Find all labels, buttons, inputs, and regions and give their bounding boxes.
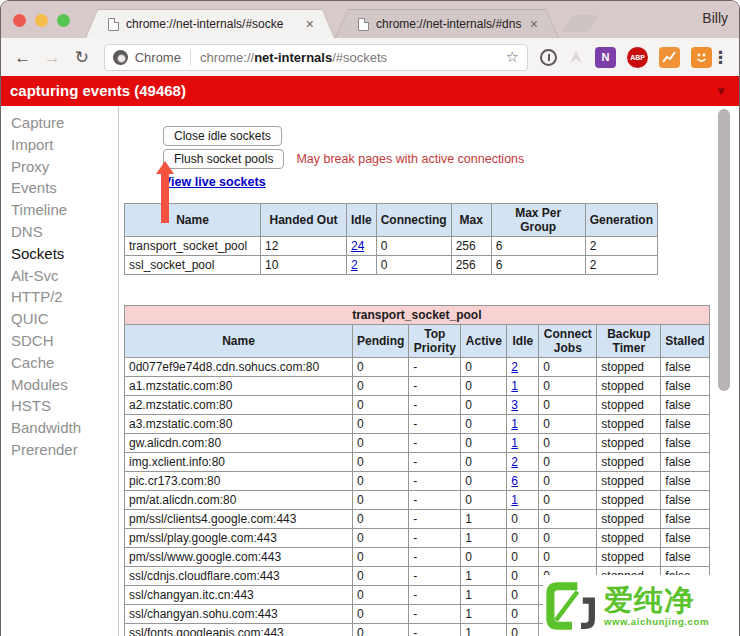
sidebar-item-events[interactable]: Events xyxy=(1,177,118,199)
table-cell: 0 xyxy=(461,548,507,567)
idle-count-link[interactable]: 2 xyxy=(511,360,518,374)
sidebar-item-import[interactable]: Import xyxy=(1,134,118,156)
table-cell: stopped xyxy=(597,529,661,548)
watermark-site: www.aichunjing.com xyxy=(604,616,709,627)
reload-icon[interactable]: ↻ xyxy=(70,49,94,66)
zoom-window-button[interactable] xyxy=(57,14,70,27)
sidebar-item-proxy[interactable]: Proxy xyxy=(1,156,118,178)
bookmark-star-icon[interactable]: ☆ xyxy=(506,48,519,66)
sidebar-item-sdch[interactable]: SDCH xyxy=(1,330,118,352)
table-row: gw.alicdn.com:800-010stoppedfalse xyxy=(125,434,710,453)
watermark-logo-icon xyxy=(545,579,599,633)
table-cell: img.xclient.info:80 xyxy=(125,453,353,472)
close-tab-icon[interactable]: × xyxy=(530,17,538,31)
table-cell: 0 xyxy=(461,472,507,491)
table-cell: 2 xyxy=(585,237,657,256)
sidebar: CaptureImportProxyEventsTimelineDNSSocke… xyxy=(1,106,119,636)
watermark-brand: 爱纯净 xyxy=(604,585,709,615)
extension-area: N ABP xyxy=(540,47,712,68)
table-cell: 0 xyxy=(376,256,451,275)
browser-tab[interactable]: chrome://net-internals/#socke× xyxy=(85,9,335,38)
sidebar-item-http-2[interactable]: HTTP/2 xyxy=(1,286,118,308)
sidebar-item-hsts[interactable]: HSTS xyxy=(1,395,118,417)
idle-count-link[interactable]: 1 xyxy=(511,493,518,507)
table-cell: pic.cr173.com:80 xyxy=(125,472,353,491)
table-cell: stopped xyxy=(597,510,661,529)
sidebar-item-capture[interactable]: Capture xyxy=(1,112,118,134)
table-row: transport_socket_pool1224025662 xyxy=(125,237,658,256)
analytics-extension-icon[interactable] xyxy=(659,47,680,68)
sidebar-item-quic[interactable]: QUIC xyxy=(1,308,118,330)
minimize-window-button[interactable] xyxy=(35,14,48,27)
sidebar-item-modules[interactable]: Modules xyxy=(1,374,118,396)
capturing-events-banner[interactable]: capturing events (49468) ▼ xyxy=(1,76,739,106)
idle-count-link[interactable]: 6 xyxy=(511,474,518,488)
table-row: a1.mzstatic.com:800-010stoppedfalse xyxy=(125,377,710,396)
sidebar-item-timeline[interactable]: Timeline xyxy=(1,199,118,221)
new-tab-button[interactable] xyxy=(562,15,599,32)
flush-socket-pools-button[interactable]: Flush socket pools xyxy=(163,149,284,169)
table-cell: 3 xyxy=(507,396,539,415)
address-bar[interactable]: Chrome chrome://net-internals/#sockets ☆ xyxy=(104,44,528,71)
sidebar-item-bandwidth[interactable]: Bandwidth xyxy=(1,417,118,439)
idle-count-link[interactable]: 3 xyxy=(511,398,518,412)
table-row: pm/at.alicdn.com:800-010stoppedfalse xyxy=(125,491,710,510)
table-cell: 1 xyxy=(461,586,507,605)
table-cell: a1.mzstatic.com:80 xyxy=(125,377,353,396)
table-cell: 0 xyxy=(539,491,597,510)
sidebar-item-dns[interactable]: DNS xyxy=(1,221,118,243)
table-cell: ssl/changyan.sohu.com:443 xyxy=(125,605,353,624)
column-header: Backup Timer xyxy=(597,325,661,358)
onenote-extension-icon[interactable]: N xyxy=(595,47,616,68)
table-cell: - xyxy=(409,491,461,510)
table-cell: 0 xyxy=(461,396,507,415)
table-cell: 0 xyxy=(539,529,597,548)
table-cell: 0 xyxy=(353,415,409,434)
idle-count-link[interactable]: 1 xyxy=(511,417,518,431)
adblock-plus-extension-icon[interactable]: ABP xyxy=(627,47,648,68)
group-table-title: transport_socket_pool xyxy=(125,306,710,325)
sidebar-list: CaptureImportProxyEventsTimelineDNSSocke… xyxy=(1,112,118,461)
sidebar-item-sockets[interactable]: Sockets xyxy=(1,243,118,265)
idle-count-link[interactable]: 1 xyxy=(511,436,518,450)
close-idle-sockets-button[interactable]: Close idle sockets xyxy=(163,126,282,146)
socket-pools-table: NameHanded OutIdleConnectingMaxMax Per G… xyxy=(124,203,658,275)
table-cell: 0d077ef9e74d8.cdn.sohucs.com:80 xyxy=(125,358,353,377)
table-row: a3.mzstatic.com:800-010stoppedfalse xyxy=(125,415,710,434)
table-cell: stopped xyxy=(597,415,661,434)
table-cell: 6 xyxy=(491,256,585,275)
back-icon[interactable]: ← xyxy=(11,49,35,66)
browser-menu-icon[interactable]: ⋮ xyxy=(712,47,729,68)
table-cell: 0 xyxy=(353,453,409,472)
url-host: net-internals xyxy=(254,50,332,65)
chevron-down-icon[interactable]: ▼ xyxy=(715,76,727,106)
sidebar-item-prerender[interactable]: Prerender xyxy=(1,439,118,461)
tab-strip: chrome://net-internals/#socke×chrome://n… xyxy=(1,1,739,38)
table-cell: 12 xyxy=(261,237,347,256)
idle-count-link[interactable]: 2 xyxy=(511,455,518,469)
sidebar-item-cache[interactable]: Cache xyxy=(1,352,118,374)
browser-tab[interactable]: chrome://net-internals/#dns× xyxy=(335,9,559,38)
profile-name[interactable]: Billy xyxy=(702,10,728,26)
close-tab-icon[interactable]: × xyxy=(306,17,314,31)
vertical-scrollbar[interactable] xyxy=(718,109,730,391)
table-cell: 0 xyxy=(507,529,539,548)
socket-actions-list: Close idle sockets Flush socket pools Ma… xyxy=(157,126,739,192)
table-cell: ssl/cdnjs.cloudflare.com:443 xyxy=(125,567,353,586)
table-row: pm/ssl/play.google.com:4430-100stoppedfa… xyxy=(125,529,710,548)
close-window-button[interactable] xyxy=(13,14,26,27)
idle-count-link[interactable]: 24 xyxy=(351,239,364,253)
main-pane: Close idle sockets Flush socket pools Ma… xyxy=(119,106,739,636)
sidebar-item-alt-svc[interactable]: Alt-Svc xyxy=(1,265,118,287)
info-circle-icon[interactable] xyxy=(540,49,557,66)
column-header: Stalled xyxy=(661,325,709,358)
table-cell: 256 xyxy=(451,256,491,275)
view-live-sockets-link[interactable]: View live sockets xyxy=(163,175,266,189)
table-cell: - xyxy=(409,453,461,472)
table-cell: 0 xyxy=(376,237,451,256)
smiley-extension-icon[interactable] xyxy=(691,47,712,68)
table-cell: 0 xyxy=(353,548,409,567)
idle-count-link[interactable]: 1 xyxy=(511,379,518,393)
idle-count-link[interactable]: 2 xyxy=(351,258,358,272)
table-cell: a3.mzstatic.com:80 xyxy=(125,415,353,434)
